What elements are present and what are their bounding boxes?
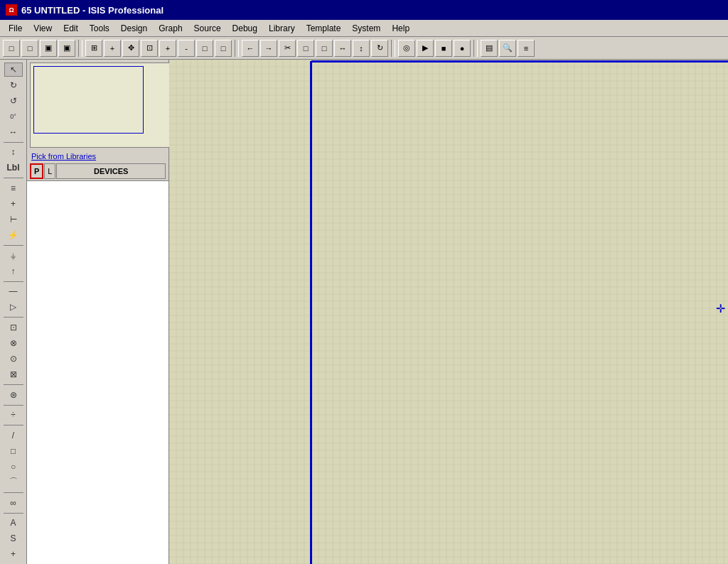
menu-item-file[interactable]: File — [3, 22, 28, 35]
toolbar-separator-3 — [473, 40, 478, 57]
tool-junction[interactable]: + — [4, 197, 23, 211]
tool-power[interactable]: ⚡ — [4, 228, 23, 242]
toolbar-btn-21[interactable]: ▶ — [417, 40, 434, 57]
main-toolbar: □□▣▣⊞+✥⊡+-□□←→✂□□↔↕↻◎▶■●▤🔍≡ — [0, 37, 728, 60]
tool-path[interactable]: ∞ — [4, 496, 23, 510]
titlebar: Ω 65 UNTITLED - ISIS Professional — [0, 0, 728, 20]
main-layout: ↖↻↺0°↔↕Lbl≡+⊢⚡⏚↑—▷⊡⊗⊙⊠⊛÷/□○⌒∞AS+ Pick fr… — [0, 60, 728, 564]
toolbar-btn-5[interactable]: + — [104, 40, 121, 57]
menu-item-system[interactable]: System — [346, 22, 386, 35]
tool-separator — [4, 245, 23, 246]
tool-separator — [4, 384, 23, 385]
devices-label: DEVICES — [56, 163, 166, 179]
border-top — [310, 61, 728, 63]
tool-probe[interactable]: ⊙ — [4, 352, 23, 366]
device-toolbar: P L DEVICES — [27, 162, 168, 181]
toolbar-btn-4[interactable]: ⊞ — [85, 40, 102, 57]
cross-cursor: ✛ — [716, 302, 725, 315]
p-button[interactable]: P — [30, 163, 43, 179]
border-left — [310, 61, 311, 564]
tool-text[interactable]: A — [4, 516, 23, 530]
toolbar-btn-8[interactable]: + — [159, 40, 176, 57]
tool-separator — [4, 492, 23, 493]
menu-item-view[interactable]: View — [28, 22, 58, 35]
tool-select[interactable]: ↖ — [4, 63, 23, 77]
menu-item-template[interactable]: Template — [301, 22, 347, 35]
menu-item-design[interactable]: Design — [115, 22, 153, 35]
tool-separator — [4, 513, 23, 514]
tool-ground[interactable]: ⏚ — [4, 249, 23, 263]
toolbar-separator-2 — [391, 40, 395, 57]
toolbar-btn-11[interactable]: □ — [215, 40, 232, 57]
toolbar-btn-13[interactable]: → — [260, 40, 277, 57]
toolbar-btn-15[interactable]: □ — [297, 40, 314, 57]
menu-item-source[interactable]: Source — [188, 22, 227, 35]
toolbar-btn-14[interactable]: ✂ — [279, 40, 296, 57]
menu-item-debug[interactable]: Debug — [227, 22, 263, 35]
toolbar-btn-16[interactable]: □ — [316, 40, 333, 57]
tool-box[interactable]: □ — [4, 444, 23, 458]
menu-item-edit[interactable]: Edit — [58, 22, 84, 35]
tool-generator[interactable]: ⊛ — [4, 388, 23, 402]
tool-separator — [4, 142, 23, 143]
menu-item-graph[interactable]: Graph — [153, 22, 188, 35]
menubar: FileViewEditToolsDesignGraphSourceDebugL… — [0, 20, 728, 37]
menu-item-tools[interactable]: Tools — [84, 22, 115, 35]
app-icon: Ω — [6, 4, 17, 16]
toolbar-btn-1[interactable]: □ — [21, 40, 38, 57]
tool-separator — [4, 425, 23, 425]
toolbar-btn-6[interactable]: ✥ — [122, 40, 139, 57]
tool-rotate-ccw[interactable]: ↺ — [4, 94, 23, 108]
toolbar-btn-20[interactable]: ◎ — [398, 40, 415, 57]
tool-separator — [4, 317, 23, 318]
tool-tape[interactable]: ⊠ — [4, 367, 23, 381]
toolbar-btn-26[interactable]: ≡ — [518, 40, 535, 57]
toolbar-btn-24[interactable]: ▤ — [481, 40, 498, 57]
device-list[interactable] — [27, 181, 168, 564]
tool-bus[interactable]: ÷ — [4, 408, 23, 422]
tool-symbol[interactable]: S — [4, 531, 23, 546]
tool-label[interactable]: Lbl — [4, 161, 23, 175]
toolbar-separator-1 — [235, 40, 239, 57]
menu-item-help[interactable]: Help — [386, 22, 415, 35]
tool-instrument[interactable]: ⊗ — [4, 336, 23, 350]
component-preview — [30, 63, 171, 148]
tool-origin[interactable]: + — [4, 547, 23, 561]
tool-circle[interactable]: ○ — [4, 460, 23, 474]
toolbar-btn-7[interactable]: ⊡ — [141, 40, 158, 57]
toolbar-btn-19[interactable]: ↻ — [371, 40, 388, 57]
toolbar-btn-22[interactable]: ■ — [435, 40, 452, 57]
tool-vcc[interactable]: ↑ — [4, 264, 23, 278]
toolbar-separator-0 — [78, 40, 82, 57]
component-panel: Pick from Libraries P L DEVICES — [27, 60, 169, 564]
toolbar-btn-25[interactable]: 🔍 — [499, 40, 516, 57]
toolbar-btn-17[interactable]: ↔ — [334, 40, 351, 57]
tool-separator — [4, 405, 23, 406]
tool-hier[interactable]: ⊡ — [4, 320, 23, 335]
tool-port[interactable]: ▷ — [4, 300, 23, 314]
toolbar-btn-0[interactable]: □ — [3, 40, 20, 57]
tool-rotate-cw[interactable]: ↻ — [4, 78, 23, 92]
toolbar-btn-23[interactable]: ● — [454, 40, 471, 57]
menu-item-library[interactable]: Library — [263, 22, 301, 35]
pick-libraries-link[interactable]: Pick from Libraries — [27, 151, 168, 162]
toolbar-btn-18[interactable]: ↕ — [353, 40, 370, 57]
toolbar-btn-3[interactable]: ▣ — [58, 40, 75, 57]
tool-wire[interactable]: / — [4, 428, 23, 443]
tool-terminal[interactable]: — — [4, 284, 23, 298]
toolbar-btn-10[interactable]: □ — [196, 40, 213, 57]
tool-mirror-v[interactable]: ↕ — [4, 146, 23, 160]
window-title: 65 UNTITLED - ISIS Professional — [21, 5, 164, 16]
toolbar-btn-9[interactable]: - — [178, 40, 195, 57]
toolbar-btn-12[interactable]: ← — [242, 40, 259, 57]
tool-arc[interactable]: ⌒ — [4, 475, 23, 489]
tool-mirror-h[interactable]: ↔ — [4, 125, 23, 139]
toolbar-btn-2[interactable]: ▣ — [40, 40, 57, 57]
tool-angle[interactable]: 0° — [4, 109, 23, 124]
schematic-canvas[interactable]: ✛ — [169, 60, 728, 564]
tool-wire-bus[interactable]: ≡ — [4, 181, 23, 195]
grid-canvas — [169, 60, 728, 564]
l-button[interactable]: L — [44, 163, 55, 179]
tool-bus-entry[interactable]: ⊢ — [4, 212, 23, 227]
tool-separator — [4, 178, 23, 178]
